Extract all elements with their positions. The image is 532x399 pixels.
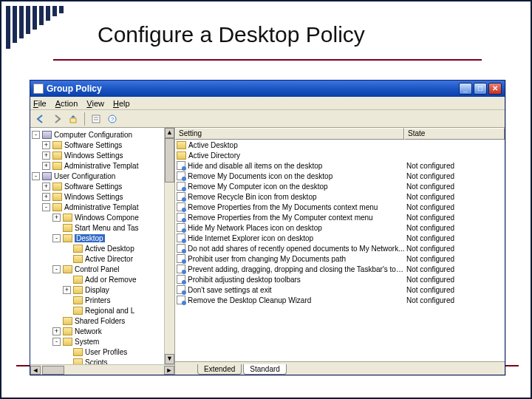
tree-item[interactable]: Add or Remove	[30, 274, 164, 284]
expand-icon[interactable]: -	[42, 203, 50, 211]
list-item[interactable]: Prevent adding, dragging, dropping and c…	[175, 264, 505, 274]
policy-tree[interactable]: -Computer Configuration+Software Setting…	[30, 128, 164, 364]
expand-icon[interactable]	[52, 317, 61, 325]
tree-item[interactable]: Scripts	[30, 357, 164, 364]
tree-item[interactable]: +Network	[30, 326, 164, 336]
expand-icon[interactable]: +	[42, 151, 50, 160]
tree-hscrollbar[interactable]: ◄ ►	[30, 364, 174, 375]
expand-icon[interactable]	[63, 358, 71, 365]
expand-icon[interactable]: +	[63, 286, 71, 294]
tree-item[interactable]: -Desktop	[30, 233, 164, 243]
state-label: Not configured	[406, 286, 505, 294]
list-item[interactable]: Prohibit user from changing My Documents…	[175, 253, 505, 264]
titlebar[interactable]: Group Policy _ □ ✕	[30, 81, 505, 97]
tab-standard[interactable]: Standard	[243, 364, 287, 375]
state-label: Not configured	[406, 214, 505, 222]
column-state[interactable]: State	[404, 128, 505, 140]
tree-item[interactable]: -System	[30, 336, 164, 347]
close-button[interactable]: ✕	[488, 83, 502, 95]
list-item[interactable]: Hide Internet Explorer icon on desktopNo…	[175, 233, 505, 243]
scroll-left-icon[interactable]: ◄	[30, 366, 41, 375]
expand-icon[interactable]	[63, 296, 71, 304]
expand-icon[interactable]: -	[52, 234, 61, 242]
tree-item[interactable]: -Administrative Templat	[30, 202, 164, 212]
menubar: File Action View Help	[30, 97, 505, 110]
folder-icon	[52, 203, 62, 211]
tree-item-label: Start Menu and Tas	[75, 224, 139, 232]
list-item[interactable]: Don't save settings at exitNot configure…	[175, 284, 505, 295]
folder-icon	[63, 265, 72, 273]
setting-icon	[177, 213, 185, 222]
list-item[interactable]: Active Directory	[175, 150, 505, 160]
expand-icon[interactable]: +	[42, 183, 50, 191]
tree-item[interactable]: +Software Settings	[30, 140, 164, 150]
list-item[interactable]: Remove Recycle Bin icon from desktopNot …	[175, 191, 505, 202]
expand-icon[interactable]	[52, 224, 61, 232]
menu-file[interactable]: File	[33, 99, 47, 108]
list-item[interactable]: Do not add shares of recently opened doc…	[175, 243, 505, 253]
tree-item[interactable]: -Computer Configuration	[30, 129, 164, 140]
tree-vscrollbar[interactable]: ▲ ▼	[164, 128, 174, 364]
list-item[interactable]: Active Desktop	[175, 140, 505, 150]
expand-icon[interactable]	[63, 255, 71, 263]
tree-item[interactable]: Active Desktop	[30, 243, 164, 253]
expand-icon[interactable]: -	[32, 172, 40, 180]
list-item[interactable]: Remove My Documents icon on the desktopN…	[175, 171, 505, 181]
settings-list[interactable]: Active DesktopActive DirectoryHide and d…	[175, 140, 505, 361]
minimize-button[interactable]: _	[459, 83, 472, 95]
tree-item[interactable]: User Profiles	[30, 347, 164, 357]
tree-item[interactable]: +Administrative Templat	[30, 160, 164, 171]
list-item[interactable]: Hide and disable all items on the deskto…	[175, 160, 505, 171]
tree-item[interactable]: -Control Panel	[30, 264, 164, 274]
tree-item[interactable]: Active Director	[30, 253, 164, 264]
list-item[interactable]: Remove the Desktop Cleanup WizardNot con…	[175, 295, 505, 305]
properties-button[interactable]	[89, 112, 103, 126]
tree-item[interactable]: +Windows Compone	[30, 212, 164, 222]
tab-extended[interactable]: Extended	[197, 364, 242, 375]
expand-icon[interactable]	[63, 276, 71, 284]
menu-view[interactable]: View	[86, 99, 104, 108]
scroll-down-icon[interactable]: ▼	[165, 354, 174, 364]
tree-item-label: Regional and L	[85, 307, 134, 315]
list-item[interactable]: Remove Properties from the My Computer c…	[175, 212, 505, 222]
tree-item[interactable]: +Software Settings	[30, 181, 164, 191]
list-item[interactable]: Remove Properties from the My Documents …	[175, 202, 505, 212]
back-button[interactable]	[33, 112, 48, 126]
expand-icon[interactable]	[63, 348, 71, 356]
forward-button[interactable]	[50, 112, 64, 126]
tree-item[interactable]: Printers	[30, 295, 164, 305]
list-item[interactable]: Hide My Network Places icon on desktopNo…	[175, 222, 505, 233]
hscroll-thumb[interactable]	[42, 366, 64, 375]
menu-help[interactable]: Help	[113, 99, 130, 108]
expand-icon[interactable]: +	[42, 193, 50, 201]
help-button[interactable]: ?	[105, 112, 120, 126]
maximize-button[interactable]: □	[474, 83, 487, 95]
tree-item-label: User Profiles	[85, 348, 127, 356]
expand-icon[interactable]	[63, 245, 71, 253]
expand-icon[interactable]: +	[52, 214, 61, 222]
tree-item[interactable]: Start Menu and Tas	[30, 222, 164, 233]
scroll-up-icon[interactable]: ▲	[165, 128, 174, 138]
expand-icon[interactable]	[63, 307, 71, 315]
folder-icon	[73, 296, 83, 304]
tree-item[interactable]: Shared Folders	[30, 316, 164, 326]
state-label: Not configured	[406, 276, 505, 284]
list-item[interactable]: Prohibit adjusting desktop toolbarsNot c…	[175, 274, 505, 284]
expand-icon[interactable]: +	[42, 141, 50, 149]
tree-item[interactable]: +Display	[30, 284, 164, 295]
expand-icon[interactable]: +	[52, 327, 61, 335]
expand-icon[interactable]: -	[52, 265, 61, 273]
expand-icon[interactable]: -	[52, 338, 61, 346]
tree-item[interactable]: +Windows Settings	[30, 191, 164, 202]
expand-icon[interactable]: +	[42, 162, 50, 170]
vscroll-thumb[interactable]	[165, 138, 174, 183]
tree-item[interactable]: +Windows Settings	[30, 150, 164, 160]
tree-item[interactable]: -User Configuration	[30, 171, 164, 181]
up-button[interactable]	[66, 112, 81, 126]
scroll-right-icon[interactable]: ►	[164, 366, 174, 375]
tree-item[interactable]: Regional and L	[30, 305, 164, 316]
column-setting[interactable]: Setting	[175, 128, 404, 140]
menu-action[interactable]: Action	[55, 99, 78, 108]
list-item[interactable]: Remove My Computer icon on the desktopNo…	[175, 181, 505, 191]
expand-icon[interactable]: -	[32, 131, 40, 139]
